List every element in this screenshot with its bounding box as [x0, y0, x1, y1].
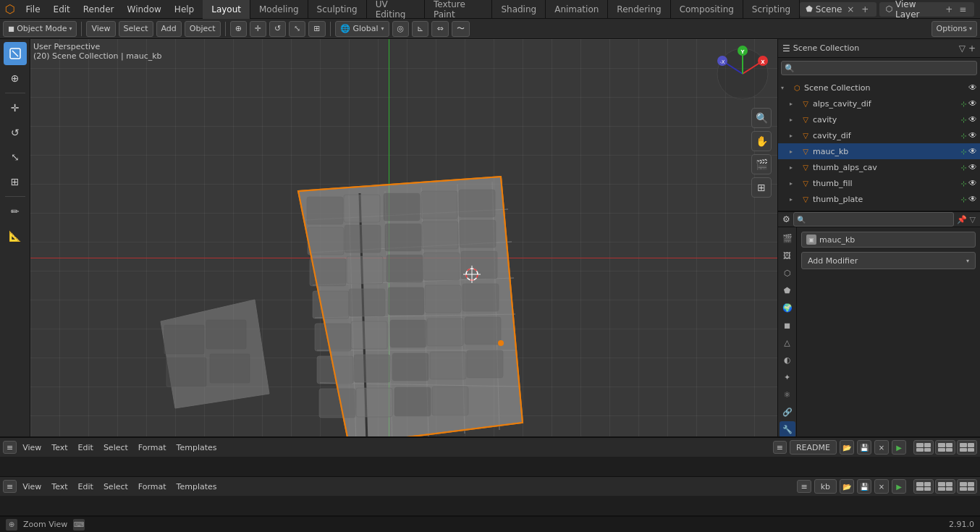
object-name-field[interactable]: ▣ mauc_kb [801, 232, 976, 248]
menu-help[interactable]: Help [169, 3, 200, 16]
view-layer-selector[interactable]: ⬡ View Layer + ≡ [879, 2, 974, 17]
te2-mode-icon[interactable]: ≡ [3, 480, 17, 493]
te1-close-btn[interactable]: × [874, 440, 889, 455]
te1-mode-icon[interactable]: ≡ [3, 441, 17, 454]
tab-shading[interactable]: Shading [492, 0, 546, 19]
te2-templates-menu[interactable]: Templates [172, 481, 221, 493]
render-props-btn[interactable]: 🎬 [780, 230, 795, 246]
te1-format-menu[interactable]: Format [134, 442, 171, 454]
tab-texture-paint[interactable]: Texture Paint [425, 0, 492, 19]
visibility-icon[interactable]: 👁 [968, 130, 977, 140]
menu-render[interactable]: Render [77, 3, 120, 16]
tab-animation[interactable]: Animation [546, 0, 608, 19]
visibility-icon[interactable]: 👁 [968, 194, 977, 204]
options-btn[interactable]: Options ▾ [932, 21, 977, 37]
te2-filename[interactable]: kb [814, 479, 837, 494]
tab-uv-editing[interactable]: UV Editing [367, 0, 425, 19]
te1-grid-view-btn[interactable] [913, 440, 934, 455]
output-props-btn[interactable]: 🖼 [780, 248, 795, 263]
move-tool-btn[interactable]: ✛ [4, 96, 27, 119]
physics-props-btn[interactable]: ⚛ [780, 387, 795, 402]
outliner-item-thumb-alps-cav[interactable]: ▸ ▽ thumb_alps_cav ⊹ 👁 [778, 159, 980, 175]
te1-file-icon-btn[interactable]: ≡ [773, 441, 787, 454]
filter-icon[interactable]: ⊹ [961, 195, 967, 203]
falloff-btn[interactable]: 〜 [452, 21, 470, 37]
tab-modeling[interactable]: Modeling [250, 0, 308, 19]
outliner-search-input[interactable] [795, 64, 973, 72]
te2-run-btn[interactable]: ▶ [892, 479, 906, 494]
transform-tool-btn[interactable]: ⊞ [308, 21, 325, 37]
filter-icon[interactable]: ⊹ [961, 164, 967, 172]
scale-tool-btn[interactable]: ⤡ [289, 21, 305, 37]
outliner-item-scene-collection[interactable]: ▾ ⬡ Scene Collection 👁 [778, 80, 980, 96]
te2-file-icon-btn[interactable]: ≡ [797, 480, 811, 493]
scene-expand-btn[interactable]: + [859, 4, 871, 15]
pan-btn[interactable]: ✋ [751, 131, 772, 151]
te2-format-menu[interactable]: Format [134, 481, 171, 493]
scene-props-btn[interactable]: ⬟ [780, 282, 795, 298]
text-editor-content-1[interactable] [0, 457, 980, 476]
annotate-tool-btn[interactable]: ✏ [4, 200, 27, 223]
te1-run-btn[interactable]: ▶ [892, 440, 906, 455]
measure-tool-btn[interactable]: 📐 [4, 224, 27, 248]
proportional-edit-btn[interactable]: ◎ [392, 21, 410, 37]
tab-rendering[interactable]: Rendering [608, 0, 670, 19]
te1-compact-view-btn[interactable] [957, 440, 977, 455]
transform-tool-btn[interactable]: ⊞ [4, 170, 27, 193]
view-menu-btn[interactable]: View [86, 21, 115, 37]
te2-view-menu[interactable]: View [18, 481, 46, 493]
visibility-icon[interactable]: 👁 [968, 178, 977, 188]
view-layer-expand-btn[interactable]: + [944, 4, 955, 15]
te2-text-menu[interactable]: Text [47, 481, 72, 493]
outliner-item-alps-cavity-dif[interactable]: ▸ ▽ alps_cavity_dif ⊹ 👁 [778, 96, 980, 111]
scene-close-btn[interactable]: × [845, 4, 856, 15]
te1-edit-menu[interactable]: Edit [74, 442, 98, 454]
te2-save-btn[interactable]: 💾 [857, 479, 871, 494]
te2-close-btn[interactable]: × [874, 479, 889, 494]
snap-btn[interactable]: ⊾ [412, 21, 428, 37]
menu-file[interactable]: File [20, 3, 46, 16]
outliner-search-bar[interactable]: 🔍 [781, 61, 977, 75]
pin-btn[interactable]: 📌 [957, 215, 967, 224]
orbit-btn[interactable]: 🎬 [751, 154, 772, 174]
rotate-tool-btn[interactable]: ↺ [4, 121, 27, 144]
outliner-item-thumb-fill[interactable]: ▸ ▽ thumb_fill ⊹ 👁 [778, 175, 980, 191]
properties-search-input[interactable] [806, 215, 950, 224]
orthographic-btn[interactable]: ⊞ [751, 177, 772, 198]
object-menu-btn[interactable]: Object [185, 21, 221, 37]
menu-window[interactable]: Window [122, 3, 167, 16]
add-modifier-btn[interactable]: Add Modifier ▾ [801, 252, 976, 269]
visibility-icon[interactable]: 👁 [968, 83, 977, 93]
filter-icon[interactable]: ⊹ [961, 132, 967, 140]
outliner-filter-btn[interactable]: ▽ [959, 43, 966, 54]
filter-icon[interactable]: ⊹ [961, 148, 967, 156]
filter-icon[interactable]: ⊹ [961, 116, 967, 124]
particles-props-btn[interactable]: ✦ [780, 369, 795, 385]
filter-btn[interactable]: ▽ [970, 215, 976, 224]
te2-edit-menu[interactable]: Edit [74, 481, 98, 493]
world-props-btn[interactable]: 🌍 [780, 300, 795, 316]
te1-templates-menu[interactable]: Templates [172, 442, 221, 454]
visibility-icon[interactable]: 👁 [968, 114, 977, 124]
properties-search[interactable]: 🔍 [793, 212, 954, 227]
select-tool-btn[interactable] [4, 42, 27, 65]
te2-compact-view-btn[interactable] [957, 479, 977, 494]
te1-list-view-btn[interactable] [935, 440, 955, 455]
add-menu-btn[interactable]: Add [156, 21, 182, 37]
outliner-item-cavity[interactable]: ▸ ▽ cavity ⊹ 👁 [778, 111, 980, 127]
outliner-item-cavity-dif[interactable]: ▸ ▽ cavity_dif ⊹ 👁 [778, 127, 980, 143]
outliner-item-thumb-plate[interactable]: ▸ ▽ thumb_plate ⊹ 👁 [778, 191, 980, 207]
te2-list-view-btn[interactable] [935, 479, 955, 494]
scene-selector[interactable]: ⬟ Scene × + [800, 2, 876, 17]
tab-scripting[interactable]: Scripting [743, 0, 800, 19]
object-props-btn[interactable]: ◼ [780, 317, 795, 333]
visibility-icon[interactable]: 👁 [968, 146, 977, 156]
modifiers-props-btn[interactable]: 🔧 [780, 421, 795, 436]
rotate-tool-btn[interactable]: ↺ [269, 21, 286, 37]
visibility-icon[interactable]: 👁 [968, 98, 977, 109]
transform-space-dropdown[interactable]: 🌐 Global ▾ [335, 21, 389, 37]
cursor-tool-btn[interactable]: ⊕ [230, 21, 247, 37]
text-editor-content-2[interactable] [0, 496, 980, 515]
filter-icon[interactable]: ⊹ [961, 180, 967, 187]
te1-view-menu[interactable]: View [18, 442, 46, 454]
